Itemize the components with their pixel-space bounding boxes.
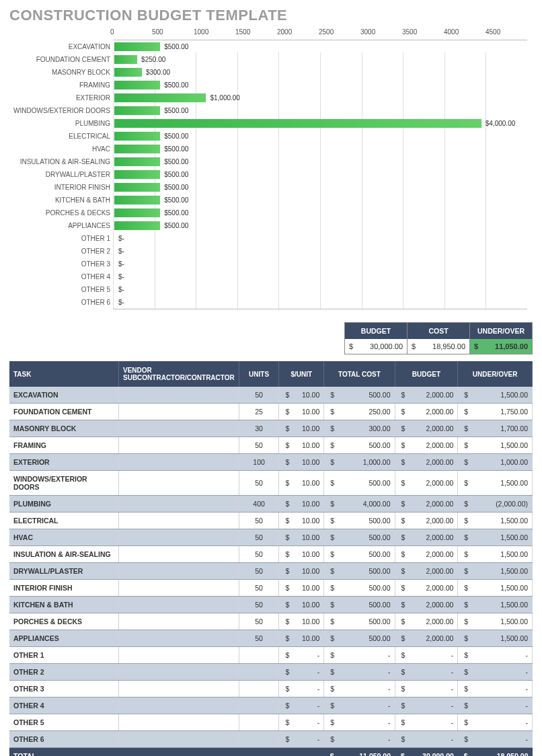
cell-task[interactable]: KITCHEN & BATH: [9, 597, 119, 613]
cell-vendor[interactable]: [119, 529, 239, 546]
cell-budget[interactable]: $2,000.00: [395, 496, 458, 513]
cell-budget[interactable]: $ -: [395, 731, 458, 748]
cell-task[interactable]: PORCHES & DECKS: [9, 613, 119, 630]
cell-vendor[interactable]: [119, 647, 239, 664]
cell-units[interactable]: [239, 714, 279, 731]
cell-units[interactable]: 25: [239, 404, 279, 420]
cell-task[interactable]: DRYWALL/PLASTER: [9, 563, 119, 580]
cell-vendor[interactable]: [119, 546, 239, 563]
cell-vendor[interactable]: [119, 420, 239, 437]
cell-task[interactable]: EXCAVATION: [9, 387, 119, 404]
cell-task[interactable]: OTHER 4: [9, 697, 119, 714]
cell-ppu[interactable]: $10.00: [279, 454, 324, 471]
cell-ppu[interactable]: $10.00: [279, 471, 324, 496]
cell-task[interactable]: OTHER 1: [9, 647, 119, 664]
cell-budget[interactable]: $2,000.00: [395, 420, 458, 437]
cell-task[interactable]: INSULATION & AIR-SEALING: [9, 546, 119, 563]
cell-task[interactable]: OTHER 3: [9, 681, 119, 697]
cell-units[interactable]: [239, 731, 279, 748]
cell-ppu[interactable]: $10.00: [279, 387, 324, 404]
cell-budget[interactable]: $2,000.00: [395, 387, 458, 404]
cell-budget[interactable]: $ -: [395, 697, 458, 714]
cell-units[interactable]: 30: [239, 420, 279, 437]
cell-vendor[interactable]: [119, 580, 239, 597]
cell-budget[interactable]: $2,000.00: [395, 471, 458, 496]
cell-units[interactable]: 50: [239, 529, 279, 546]
cell-budget[interactable]: $2,000.00: [395, 613, 458, 630]
cell-ppu[interactable]: $10.00: [279, 546, 324, 563]
cell-vendor[interactable]: [119, 613, 239, 630]
cell-units[interactable]: 50: [239, 563, 279, 580]
cell-budget[interactable]: $2,000.00: [395, 437, 458, 454]
cell-units[interactable]: 50: [239, 387, 279, 404]
cell-ppu[interactable]: $10.00: [279, 404, 324, 420]
cell-ppu[interactable]: $ -: [279, 664, 324, 681]
cell-budget[interactable]: $ -: [395, 664, 458, 681]
cell-task[interactable]: ELECTRICAL: [9, 513, 119, 529]
cell-budget[interactable]: $2,000.00: [395, 563, 458, 580]
cell-task[interactable]: WINDOWS/EXTERIOR DOORS: [9, 471, 119, 496]
cell-ppu[interactable]: $10.00: [279, 496, 324, 513]
cell-ppu[interactable]: $10.00: [279, 563, 324, 580]
cell-vendor[interactable]: [119, 731, 239, 748]
cell-budget[interactable]: $2,000.00: [395, 454, 458, 471]
cell-vendor[interactable]: [119, 387, 239, 404]
cell-budget[interactable]: $2,000.00: [395, 529, 458, 546]
cell-task[interactable]: APPLIANCES: [9, 630, 119, 647]
cell-ppu[interactable]: $10.00: [279, 613, 324, 630]
cell-units[interactable]: 50: [239, 580, 279, 597]
cell-ppu[interactable]: $ -: [279, 681, 324, 697]
cell-ppu[interactable]: $ -: [279, 697, 324, 714]
cell-vendor[interactable]: [119, 471, 239, 496]
cell-task[interactable]: OTHER 6: [9, 731, 119, 748]
cell-budget[interactable]: $ -: [395, 681, 458, 697]
cell-task[interactable]: HVAC: [9, 529, 119, 546]
cell-vendor[interactable]: [119, 597, 239, 613]
cell-task[interactable]: FOUNDATION CEMENT: [9, 404, 119, 420]
cell-units[interactable]: [239, 664, 279, 681]
cell-ppu[interactable]: $10.00: [279, 529, 324, 546]
cell-vendor[interactable]: [119, 664, 239, 681]
cell-vendor[interactable]: [119, 681, 239, 697]
cell-units[interactable]: 400: [239, 496, 279, 513]
cell-units[interactable]: 50: [239, 437, 279, 454]
cell-units[interactable]: 50: [239, 513, 279, 529]
cell-units[interactable]: 50: [239, 471, 279, 496]
cell-ppu[interactable]: $10.00: [279, 513, 324, 529]
cell-budget[interactable]: $2,000.00: [395, 404, 458, 420]
cell-budget[interactable]: $2,000.00: [395, 597, 458, 613]
cell-vendor[interactable]: [119, 496, 239, 513]
cell-ppu[interactable]: $10.00: [279, 580, 324, 597]
cell-ppu[interactable]: $ -: [279, 731, 324, 748]
cell-vendor[interactable]: [119, 454, 239, 471]
cell-task[interactable]: FRAMING: [9, 437, 119, 454]
cell-vendor[interactable]: [119, 404, 239, 420]
cell-vendor[interactable]: [119, 714, 239, 731]
cell-ppu[interactable]: $10.00: [279, 437, 324, 454]
cell-vendor[interactable]: [119, 630, 239, 647]
cell-task[interactable]: PLUMBING: [9, 496, 119, 513]
cell-budget[interactable]: $2,000.00: [395, 580, 458, 597]
cell-vendor[interactable]: [119, 563, 239, 580]
cell-task[interactable]: INTERIOR FINISH: [9, 580, 119, 597]
cell-units[interactable]: 50: [239, 630, 279, 647]
cell-units[interactable]: 50: [239, 546, 279, 563]
cell-units[interactable]: 50: [239, 613, 279, 630]
cell-budget[interactable]: $ -: [395, 647, 458, 664]
cell-budget[interactable]: $ -: [395, 714, 458, 731]
cell-task[interactable]: EXTERIOR: [9, 454, 119, 471]
cell-units[interactable]: 50: [239, 597, 279, 613]
cell-task[interactable]: OTHER 5: [9, 714, 119, 731]
cell-units[interactable]: 100: [239, 454, 279, 471]
cell-ppu[interactable]: $ -: [279, 647, 324, 664]
cell-vendor[interactable]: [119, 697, 239, 714]
cell-task[interactable]: OTHER 2: [9, 664, 119, 681]
cell-units[interactable]: [239, 647, 279, 664]
cell-budget[interactable]: $2,000.00: [395, 546, 458, 563]
cell-units[interactable]: [239, 697, 279, 714]
cell-ppu[interactable]: $10.00: [279, 597, 324, 613]
cell-budget[interactable]: $2,000.00: [395, 630, 458, 647]
cell-ppu[interactable]: $10.00: [279, 420, 324, 437]
cell-task[interactable]: MASONRY BLOCK: [9, 420, 119, 437]
cell-units[interactable]: [239, 681, 279, 697]
